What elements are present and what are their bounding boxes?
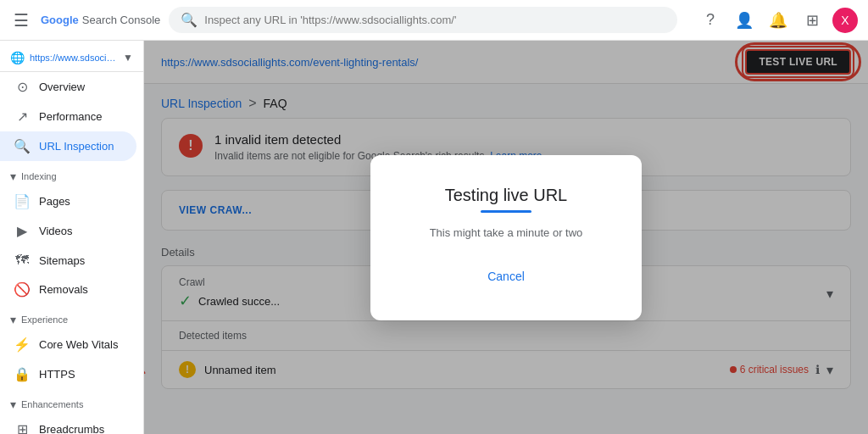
- experience-label: Experience: [21, 314, 68, 325]
- property-icon: 🌐: [10, 51, 25, 64]
- sidebar-label-removals: Removals: [39, 283, 88, 296]
- property-selector[interactable]: 🌐 https://www.sdsocialig... ▼: [0, 44, 143, 72]
- indexing-label: Indexing: [21, 171, 57, 181]
- topbar-logo: Google Search Console: [41, 14, 160, 26]
- sidebar-item-sitemaps[interactable]: 🗺 Sitemaps: [0, 246, 136, 275]
- removals-icon: 🚫: [14, 281, 31, 298]
- testing-modal: Testing live URL This might take a minut…: [370, 155, 642, 320]
- grid-icon[interactable]: ⊞: [798, 7, 826, 34]
- menu-icon[interactable]: ☰: [10, 7, 32, 34]
- pages-icon: 📄: [14, 193, 31, 209]
- topbar: ☰ Google Search Console 🔍 ? 👤 🔔 ⊞ X: [0, 0, 868, 41]
- sitemaps-icon: 🗺: [14, 253, 31, 268]
- sidebar-item-removals[interactable]: 🚫 Removals: [0, 275, 136, 304]
- indexing-chevron: ▾: [10, 170, 16, 183]
- search-icon: 🔍: [181, 12, 198, 28]
- modal-overlay: Testing live URL This might take a minut…: [144, 41, 868, 434]
- performance-icon: ↗: [14, 108, 31, 125]
- breadcrumbs-icon: ⊞: [14, 421, 31, 434]
- sidebar-label-videos: Videos: [39, 225, 73, 237]
- property-chevron: ▼: [123, 52, 133, 64]
- notifications-icon[interactable]: 🔔: [765, 7, 792, 34]
- logo-google: Google: [41, 14, 79, 26]
- sidebar-label-sitemaps: Sitemaps: [39, 254, 85, 267]
- sidebar: 🌐 https://www.sdsocialig... ▼ ⊙ Overview…: [0, 41, 144, 434]
- sidebar-item-breadcrumbs[interactable]: ⊞ Breadcrumbs: [0, 415, 136, 434]
- sidebar-item-core-web-vitals[interactable]: ⚡ Core Web Vitals: [0, 330, 136, 359]
- avatar[interactable]: X: [832, 8, 858, 33]
- sidebar-label-pages: Pages: [39, 195, 70, 208]
- main-layout: 🌐 https://www.sdsocialig... ▼ ⊙ Overview…: [0, 41, 868, 434]
- enhancements-chevron: ▾: [10, 398, 16, 411]
- accounts-icon[interactable]: 👤: [731, 7, 758, 34]
- sidebar-label-performance: Performance: [39, 110, 102, 123]
- https-icon: 🔒: [14, 366, 31, 382]
- modal-cancel-button[interactable]: Cancel: [474, 263, 538, 290]
- cwv-icon: ⚡: [14, 337, 31, 353]
- sidebar-label-cwv: Core Web Vitals: [39, 338, 118, 351]
- sidebar-item-url-inspection[interactable]: 🔍 URL Inspection: [0, 131, 136, 161]
- sidebar-item-pages[interactable]: 📄 Pages: [0, 186, 136, 216]
- url-inspection-icon: 🔍: [14, 138, 31, 154]
- sidebar-label-https: HTTPS: [39, 368, 75, 381]
- sidebar-item-videos[interactable]: ▶ Videos: [0, 216, 136, 246]
- content-area: https://www.sdsociallights.com/event-lig…: [144, 41, 868, 434]
- modal-subtitle: This might take a minute or two: [404, 226, 608, 239]
- sidebar-section-enhancements[interactable]: ▾ Enhancements: [0, 389, 143, 415]
- sidebar-item-overview[interactable]: ⊙ Overview: [0, 72, 136, 102]
- modal-underline: [481, 210, 531, 213]
- help-button[interactable]: ?: [697, 7, 724, 34]
- logo-search-console: Search Console: [82, 14, 161, 26]
- property-text: https://www.sdsocialig...: [30, 53, 118, 63]
- sidebar-label-breadcrumbs: Breadcrumbs: [39, 423, 104, 434]
- sidebar-section-experience[interactable]: ▾ Experience: [0, 304, 143, 330]
- modal-title: Testing live URL: [404, 186, 608, 205]
- sidebar-label-url-inspection: URL Inspection: [39, 140, 114, 153]
- sidebar-label-overview: Overview: [39, 81, 85, 93]
- sidebar-section-indexing[interactable]: ▾ Indexing: [0, 161, 143, 186]
- experience-chevron: ▾: [10, 313, 16, 326]
- videos-icon: ▶: [14, 223, 31, 239]
- sidebar-item-performance[interactable]: ↗ Performance: [0, 102, 136, 131]
- enhancements-label: Enhancements: [21, 399, 83, 409]
- topbar-actions: ? 👤 🔔 ⊞ X: [697, 7, 858, 34]
- overview-icon: ⊙: [14, 79, 31, 95]
- sidebar-item-https[interactable]: 🔒 HTTPS: [0, 359, 136, 389]
- search-bar[interactable]: 🔍: [169, 7, 677, 33]
- search-input[interactable]: [204, 14, 665, 26]
